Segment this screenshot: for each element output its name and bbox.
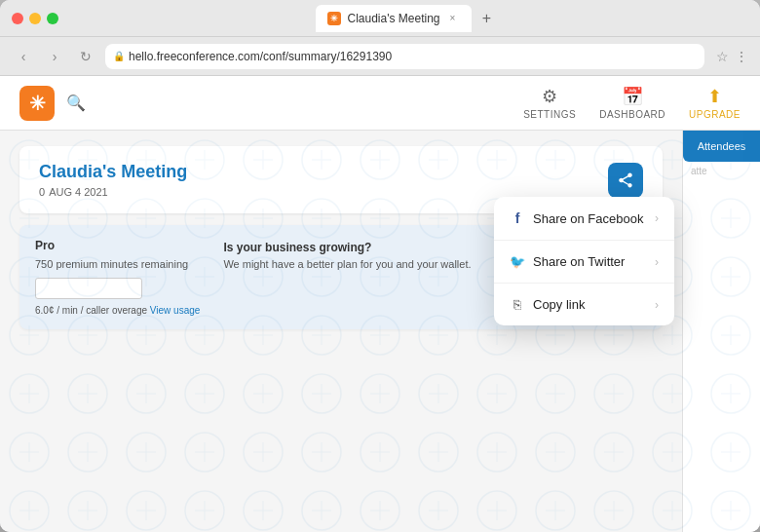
lock-icon: 🔒 [113,51,125,61]
main-content: Claudia's Meeting 0 AUG 4 2021 [0,131,760,532]
active-tab[interactable]: ✳ Claudia's Meeting × [316,5,471,32]
nav-upgrade[interactable]: ⬆ UPGRADE [689,86,741,120]
minimize-button[interactable] [29,13,41,24]
copy-link-item[interactable]: ⎘ Copy link › [494,284,674,325]
app-content: ✳ 🔍 ⚙ SETTINGS 📅 DASHBOARD ⬆ UPGRADE [0,76,760,532]
traffic-lights [12,13,58,24]
upgrade-label: UPGRADE [689,109,741,120]
upgrade-icon: ⬆ [707,86,723,107]
twitter-icon: 🐦 [510,254,525,269]
meeting-date: AUG 4 2021 [49,186,108,198]
attendees-panel: Attendees atte [682,131,760,532]
refresh-button[interactable]: ↻ [74,45,97,68]
header-nav: ⚙ SETTINGS 📅 DASHBOARD ⬆ UPGRADE [523,86,741,120]
url-text: hello.freeconference.com/conf/summary/16… [129,50,392,63]
dashboard-label: DASHBOARD [599,109,665,120]
close-button[interactable] [12,13,23,24]
attendees-label: Attendees [691,140,752,152]
share-dropdown-menu: f Share on Facebook › 🐦 Share on Twitter… [494,197,674,325]
nav-dashboard[interactable]: 📅 DASHBOARD [599,86,665,120]
facebook-item-left: f Share on Facebook [510,210,643,226]
url-bar-actions: ☆ ⋮ [716,49,748,64]
nav-settings[interactable]: ⚙ SETTINGS [523,86,576,120]
pro-input[interactable] [35,278,142,299]
copy-label: Copy link [533,297,585,312]
tab-bar: ✳ Claudia's Meeting × + [66,5,748,32]
meeting-dot: 0 [39,186,45,198]
new-tab-button[interactable]: + [475,7,499,30]
tab-close-icon[interactable]: × [446,12,460,25]
settings-label: SETTINGS [523,109,576,120]
copy-chevron: › [655,298,659,312]
copy-icon: ⎘ [510,297,525,312]
share-button[interactable] [608,163,643,198]
address-bar: ‹ › ↻ 🔒 hello.freeconference.com/conf/su… [0,37,760,76]
meeting-meta: 0 AUG 4 2021 [39,186,187,198]
twitter-item-left: 🐦 Share on Twitter [510,254,625,269]
content-area: Claudia's Meeting 0 AUG 4 2021 [0,131,682,532]
facebook-icon: f [510,210,525,226]
view-usage-link[interactable]: View usage [150,305,201,316]
attendees-tab[interactable]: Attendees [683,131,760,162]
maximize-button[interactable] [47,13,58,24]
business-title: Is your business growing? [223,241,471,254]
url-bar[interactable]: 🔒 hello.freeconference.com/conf/summary/… [105,44,704,69]
attendees-sub: atte [683,162,760,180]
business-section: Is your business growing? We might have … [223,239,471,270]
star-icon[interactable]: ☆ [716,49,729,64]
app-logo: ✳ [19,86,55,121]
settings-icon: ⚙ [542,86,558,107]
business-desc: We might have a better plan for you and … [223,258,471,270]
title-bar: ✳ Claudia's Meeting × + [0,0,760,37]
twitter-label: Share on Twitter [533,254,625,269]
back-button[interactable]: ‹ [12,45,35,68]
pro-minutes-label: 750 premium minutes remaining [35,258,200,270]
tab-title: Claudia's Meeting [347,12,439,25]
share-facebook-item[interactable]: f Share on Facebook › [494,197,674,241]
browser-window: ✳ Claudia's Meeting × + ‹ › ↻ 🔒 hello.fr… [0,0,760,532]
facebook-label: Share on Facebook [533,211,643,226]
facebook-chevron: › [655,211,659,225]
forward-button[interactable]: › [43,45,66,68]
meeting-title: Claudia's Meeting [39,162,187,182]
pro-section: Pro 750 premium minutes remaining 6.0¢ /… [35,239,200,316]
pro-overage: 6.0¢ / min / caller overage View usage [35,305,200,316]
search-icon[interactable]: 🔍 [66,94,86,112]
twitter-chevron: › [655,255,659,269]
dashboard-icon: 📅 [622,86,644,107]
menu-icon[interactable]: ⋮ [735,49,748,64]
meeting-info: Claudia's Meeting 0 AUG 4 2021 [39,162,187,198]
copy-item-left: ⎘ Copy link [510,297,585,312]
tab-favicon: ✳ [327,12,341,25]
app-header: ✳ 🔍 ⚙ SETTINGS 📅 DASHBOARD ⬆ UPGRADE [0,76,760,131]
pro-badge: Pro [35,239,200,252]
share-twitter-item[interactable]: 🐦 Share on Twitter › [494,241,674,284]
